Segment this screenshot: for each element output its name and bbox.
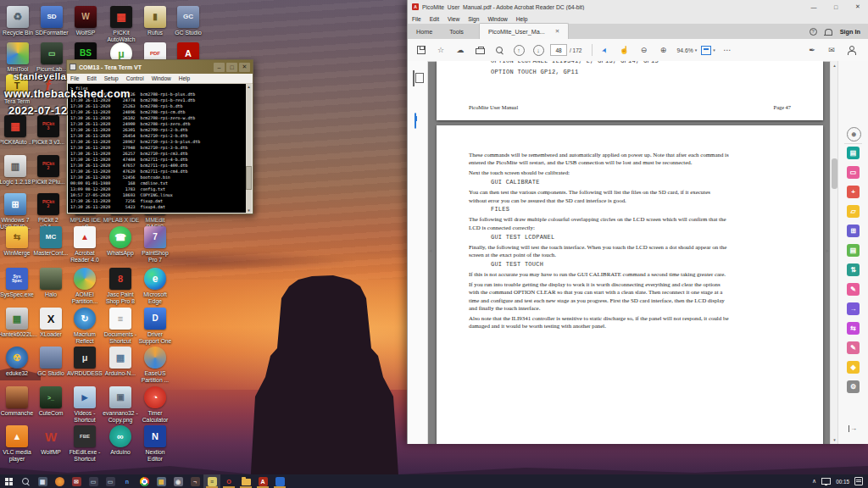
menu-item-setup[interactable]: Setup [104,75,119,81]
search-button[interactable] [17,474,34,488]
page-display-caret[interactable]: ▾ [713,47,715,53]
menu-item-sign[interactable]: Sign [468,16,479,22]
save-button[interactable] [414,42,429,58]
share-email-button[interactable]: ✉ [824,42,839,58]
desktop-icon-recycle-bin[interactable]: ♻Recycle Bin [0,6,36,36]
tab-document[interactable]: PicoMite_User_Ma... ✕ [479,23,569,39]
menu-item-help[interactable]: Help [516,16,528,22]
desktop-icon-documents-shortcut[interactable]: ≡Documents - Shortcut [102,308,139,344]
tab-home[interactable]: Home [408,24,441,39]
acrobat-window[interactable]: A PicoMite_User_Manual.pdf - Adobe Acrob… [407,0,868,444]
desktop-icon-pickit2-v26[interactable]: PICkit 2PICkit 2 v2.6... [30,193,67,230]
notifications-bell-icon[interactable] [825,29,832,35]
task-view[interactable]: ▦ [34,474,51,488]
desktop-icon-nextion-editor[interactable]: NNextion Editor [136,425,174,462]
menu-item-window[interactable]: Window [487,16,507,22]
menu-item-window[interactable]: Window [152,75,171,81]
start-button[interactable] [0,474,17,488]
menu-item-control[interactable]: Control [126,75,144,81]
monitor-app-1[interactable]: ▭ [85,474,102,488]
search-tool-icon[interactable]: ⊕ [847,127,861,141]
desktop-icon-driver-support-one[interactable]: DDriver Support One [136,308,174,344]
scroll-up-icon[interactable]: ▴ [248,84,250,89]
desktop-icon-gc-studio[interactable]: GCGC Studio [170,6,207,36]
network-icon[interactable] [821,478,831,485]
page-thumbnails-button[interactable] [413,71,415,86]
desktop-icon-videos-shortcut[interactable]: ▶Videos - Shortcut [66,386,103,423]
attachments-button[interactable] [415,114,416,129]
send-for-comments-icon[interactable]: → [847,302,860,315]
sign-tool-icon[interactable]: ✎ [847,341,860,354]
stamp-tool-icon[interactable]: ◆ [847,361,860,374]
desktop-icon-sysspec[interactable]: Sys SpecSysSpec.exe [0,268,36,298]
terminal-scrollbar[interactable]: ▴ ▾ [246,84,252,213]
desktop-icon-cutecom[interactable]: >_CuteCom [32,386,70,417]
terminal-screen[interactable]: > files17:30 26-11-2020 25426 bcm2708-rp… [68,84,252,213]
close-button[interactable]: ✕ [847,0,868,14]
menu-item-file[interactable]: File [412,16,421,22]
desktop-icon-avrdudess[interactable]: μAVRDUDESS [66,347,103,377]
comment-icon[interactable]: ▱ [847,205,860,218]
dark-app[interactable]: ¬ [186,474,203,488]
page-number-input[interactable] [550,44,567,56]
desktop-icon-pickitauto[interactable]: ▦PICKitAuto .. [0,115,34,146]
camera-app[interactable]: ◉ [170,474,186,488]
clock[interactable]: 00:15 [836,479,849,485]
fill-and-sign-icon[interactable]: ✎ [847,283,860,296]
compress-pdf-icon[interactable]: ⇅ [847,263,860,276]
convert-pdf-icon[interactable]: ⇆ [847,322,860,335]
zoom-level-value[interactable]: 94.6% [676,47,693,53]
select-tool-button[interactable]: ➤ [597,42,612,58]
file-explorer[interactable] [237,474,254,488]
desktop-icon-pickit2plus[interactable]: PICkit 2PICkit 2Plu... [30,155,67,186]
fill-sign-pen-button[interactable]: ✒ [804,42,820,58]
acrobat-task[interactable]: A [254,474,271,488]
page-display-icon[interactable] [701,46,711,55]
desktop-icon-sdformatter[interactable]: SDSDFormatter [33,6,70,36]
next-page-button[interactable]: ↓ [531,42,546,58]
combine-files-icon[interactable]: ⊞ [847,225,860,237]
tera-term-window[interactable]: COM13 - Tera Term VT – □ ✕ FileEditSetup… [66,59,253,214]
more-tools-button[interactable]: ⋯ [720,42,735,58]
desktop-icon-picumlab[interactable]: ▭PicumLab... [33,42,70,73]
desktop-icon-timer-calculator[interactable]: ◔Timer Calculator [136,386,174,423]
previous-page-button[interactable]: ↑ [511,42,526,58]
desktop-icon-logic[interactable]: ▥Logic 1.2.18 [0,155,34,186]
n-browser[interactable]: n [119,474,136,488]
menu-item-file[interactable]: File [70,75,79,81]
maximize-button[interactable]: □ [226,63,237,72]
desktop-icon-windows7-usb-dvd[interactable]: ⊞Windows 7 USB DVD... [0,193,34,230]
desktop-icon-whatsapp[interactable]: ☎WhatsApp [102,226,139,257]
sign-in-button[interactable]: Sign In [840,28,860,36]
mail-app[interactable]: ✉ [68,474,85,488]
desktop-icon-halo[interactable]: Halo [32,268,70,298]
create-pdf-icon[interactable]: + [847,186,860,198]
desktop-icon-microsoft-edge[interactable]: eMicrosoft Edge [136,268,174,304]
minimize-button[interactable]: — [803,0,825,14]
opera[interactable]: O [220,474,237,488]
zoom-dropdown-caret[interactable]: ▾ [695,47,698,53]
blue-app[interactable] [271,474,288,488]
desktop-icon-mastercontrol[interactable]: MCMasterCont... [32,226,70,257]
desktop-icon-paintshop-pro-7[interactable]: 7PaintShop Pro 7 [136,226,174,263]
print-button[interactable] [472,42,487,58]
acrobat-titlebar[interactable]: A PicoMite_User_Manual.pdf - Adobe Acrob… [408,0,868,14]
favorite-star-button[interactable]: ☆ [433,42,448,58]
desktop-icon-easeus-partition[interactable]: EaseUS Partition ... [136,347,174,383]
chrome[interactable] [136,474,153,488]
desktop-icon-jasc-paintshop-8[interactable]: 8Jasc Paint Shop Pro 8 [102,268,139,304]
desktop-icon-xloader[interactable]: XXLoader [32,308,70,338]
collapse-right-panel-handle[interactable]: ▸ [826,247,829,254]
edit-pdf-icon[interactable]: ▭ [847,166,860,179]
menu-item-edit[interactable]: Edit [86,75,96,81]
desktop-icon-eduke32[interactable]: ☢eduke32 [0,347,36,377]
desktop-icon-pickit-autowatch[interactable]: ▦PICKit AutoWatch [103,6,140,42]
menu-item-edit[interactable]: Edit [430,16,439,22]
desktop-icon-winmerge[interactable]: ⇆WinMerge [0,226,36,257]
desktop-icon-wolfmp[interactable]: WWolfMP [32,425,70,456]
maximize-button[interactable]: □ [825,0,847,14]
menu-item-view[interactable]: View [448,16,459,22]
more-tools-icon[interactable]: ⚙ [847,380,860,393]
tera-term-titlebar[interactable]: COM13 - Tera Term VT – □ ✕ [67,60,253,74]
desktop-icon-hantek6022l[interactable]: ▦Hantek6022L... [0,308,36,338]
